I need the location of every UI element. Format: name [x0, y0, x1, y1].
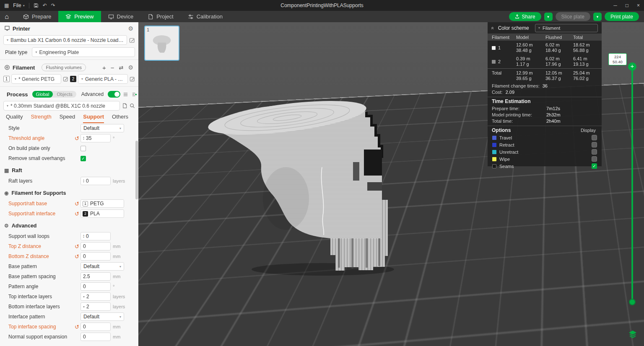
- base-spacing-input[interactable]: 2.5: [80, 272, 111, 281]
- ams-sync-icon[interactable]: ⇄: [119, 65, 124, 71]
- tab-quality[interactable]: Quality: [6, 114, 23, 123]
- seams-checkbox[interactable]: ✓: [592, 163, 597, 169]
- wipe-toggle[interactable]: [592, 156, 597, 162]
- print-plate-button[interactable]: Print plate: [605, 12, 639, 21]
- tab-support[interactable]: Support: [83, 114, 104, 123]
- tab-others[interactable]: Others: [112, 114, 128, 123]
- slice-plate-button[interactable]: Slice plate: [556, 12, 590, 21]
- tab-device[interactable]: Device: [101, 11, 141, 22]
- advanced-toggle[interactable]: [108, 91, 120, 98]
- top-z-input[interactable]: 0: [80, 242, 111, 250]
- app-grid-icon[interactable]: ▦: [4, 3, 9, 8]
- support-interface-filament-select[interactable]: 2PLA: [80, 209, 124, 218]
- spinner-icon[interactable]: ▴▾: [83, 234, 84, 238]
- base-pattern-select[interactable]: Default▾: [80, 262, 124, 271]
- minimize-button[interactable]: ─: [613, 3, 617, 8]
- chevron-down-icon[interactable]: ▾: [83, 295, 85, 299]
- filament-2-select[interactable]: ▾ Generic PLA - Supp...: [78, 74, 128, 84]
- spinner-icon[interactable]: ▴▾: [83, 179, 84, 183]
- move-slider-track[interactable]: [244, 332, 526, 336]
- close-button[interactable]: ×: [637, 3, 640, 8]
- reset-icon[interactable]: ↺: [73, 243, 80, 250]
- add-filament-button[interactable]: +: [102, 65, 106, 71]
- share-button[interactable]: Share: [509, 12, 541, 21]
- plate-type-select[interactable]: ▾ Engineering Plate: [32, 47, 135, 57]
- retract-toggle[interactable]: [592, 142, 597, 147]
- reset-icon[interactable]: ↺: [73, 253, 80, 260]
- move-slider-handle[interactable]: [517, 329, 525, 336]
- scope-global-button[interactable]: Global: [32, 91, 53, 98]
- home-button[interactable]: ⌂: [0, 11, 13, 22]
- filter-settings-icon[interactable]: [132, 92, 137, 97]
- chevron-down-icon: ▾: [538, 26, 540, 30]
- retract-color-chip: [492, 143, 496, 147]
- unretract-toggle[interactable]: [592, 149, 597, 155]
- tab-strength[interactable]: Strength: [31, 114, 51, 123]
- raft-layers-input[interactable]: ▴▾0: [80, 177, 111, 185]
- pattern-angle-input[interactable]: 0: [80, 282, 111, 291]
- redo-icon[interactable]: ↷: [51, 3, 55, 8]
- layer-slider-top-handle[interactable]: +: [628, 62, 636, 71]
- edit-filament-1-icon[interactable]: [63, 76, 68, 82]
- chevron-down-icon: ▾: [35, 50, 37, 54]
- top-interface-layers-input[interactable]: ▾2: [80, 292, 111, 301]
- bottom-interface-layers-input[interactable]: ▾2: [80, 302, 111, 311]
- travel-toggle[interactable]: [592, 135, 597, 140]
- save-icon[interactable]: [34, 3, 39, 8]
- tab-project[interactable]: Project: [140, 11, 180, 22]
- top-interface-spacing-input[interactable]: 0: [80, 323, 111, 331]
- normal-expansion-input[interactable]: 0: [80, 333, 111, 341]
- edit-filament-2-icon[interactable]: [130, 76, 135, 82]
- tab-speed[interactable]: Speed: [60, 114, 75, 123]
- layer-slider-track[interactable]: [631, 67, 633, 304]
- printer-preset-select[interactable]: ▾ Bambu Lab X1 Carbon 0.6 nozzle - Nozzl…: [3, 35, 127, 45]
- layer-slider-bottom-handle[interactable]: [629, 299, 636, 305]
- reset-icon[interactable]: ↺: [73, 324, 80, 330]
- threshold-angle-input[interactable]: ▴▾35: [80, 134, 111, 142]
- option-retract: Retract: [488, 141, 602, 148]
- remove-overhangs-checkbox[interactable]: ✓: [80, 156, 86, 161]
- filament-settings-gear-icon[interactable]: ⚙: [128, 64, 133, 71]
- share-icon: [515, 14, 519, 19]
- wipe-color-chip: [492, 157, 496, 161]
- scope-objects-button[interactable]: Objects: [53, 91, 76, 98]
- maximize-button[interactable]: □: [626, 3, 628, 8]
- filament-2-value: Generic PLA - Supp...: [85, 76, 125, 82]
- print-dropdown-button[interactable]: ▾: [593, 13, 602, 21]
- plate-thumbnail[interactable]: 1: [144, 26, 179, 61]
- tab-calibration[interactable]: Calibration: [181, 11, 230, 22]
- collapse-panel-icon[interactable]: «: [490, 26, 496, 29]
- list-view-icon[interactable]: [123, 92, 128, 97]
- search-icon[interactable]: [130, 103, 135, 108]
- sidebar-scrollbar[interactable]: [135, 141, 138, 199]
- style-select[interactable]: Default▾: [80, 124, 124, 132]
- reset-icon[interactable]: ↺: [73, 211, 80, 217]
- color-scheme-select[interactable]: ▾ Filament: [535, 24, 598, 32]
- save-preset-icon[interactable]: [122, 103, 127, 108]
- chevron-down-icon[interactable]: ▾: [83, 305, 85, 309]
- interface-pattern-select[interactable]: Default▾: [80, 312, 124, 321]
- bottom-z-input[interactable]: 0: [80, 252, 111, 261]
- on-build-plate-checkbox[interactable]: [80, 146, 86, 151]
- edit-printer-icon[interactable]: [129, 37, 135, 43]
- wall-loops-input[interactable]: ▴▾0: [80, 232, 111, 240]
- tab-preview[interactable]: Preview: [58, 11, 101, 22]
- filament-1-select[interactable]: ▾ * Generic PETG: [11, 74, 61, 84]
- remove-filament-button[interactable]: −: [111, 65, 114, 71]
- file-menu[interactable]: File▾: [13, 3, 24, 8]
- share-dropdown-button[interactable]: ▾: [544, 13, 553, 21]
- undo-icon[interactable]: ↶: [43, 3, 47, 8]
- layers-view-button[interactable]: [626, 328, 639, 341]
- viewport-3d[interactable]: 1 « Color scheme ▾ Filament Filament Mod…: [138, 22, 644, 346]
- flushing-volumes-button[interactable]: Flushing volumes: [42, 64, 86, 71]
- reset-icon[interactable]: ↺: [73, 201, 80, 207]
- reset-icon[interactable]: ↺: [73, 135, 80, 142]
- unit-label: mm: [111, 244, 124, 249]
- support-base-filament-select[interactable]: 1PETG: [80, 199, 124, 208]
- setting-label: Bottom interface layers: [8, 304, 80, 310]
- tab-prepare[interactable]: Prepare: [16, 11, 58, 22]
- spinner-icon[interactable]: ▴▾: [83, 136, 84, 140]
- plate-type-value: Engineering Plate: [39, 49, 79, 55]
- process-preset-select[interactable]: ▾ * 0.30mm Standard @BBL X1C 0.6 nozzle: [3, 101, 120, 111]
- printer-settings-gear-icon[interactable]: ⚙: [128, 25, 133, 32]
